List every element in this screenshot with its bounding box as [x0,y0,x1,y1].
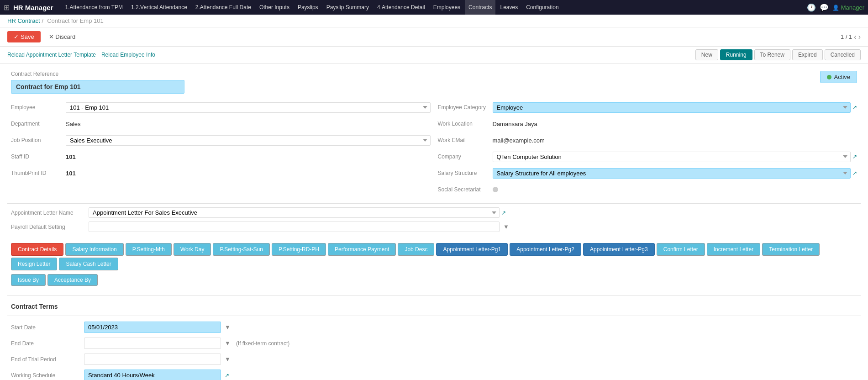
staff-id-value: 101 [66,153,76,160]
form-left: Employee 101 - Emp 101 Department Sales … [7,101,434,200]
job-position-select[interactable]: Sales Executive [66,135,431,146]
nav-item-employees[interactable]: Employees [430,0,464,15]
tab-confirm-letter[interactable]: Confirm Letter [657,243,705,256]
contract-reference-input[interactable] [11,80,184,94]
nav-item-attendance-full[interactable]: 2.Attendance Full Date [192,0,255,15]
nav-item-other-inputs[interactable]: Other Inputs [256,0,293,15]
nav-item-attendance-detail[interactable]: 4.Attendance Detail [374,0,429,15]
clock-icon[interactable]: 🕐 [807,3,816,12]
nav-item-leaves[interactable]: Leaves [496,0,521,15]
top-nav: ⊞ HR Manager 1.Attendance from TPM 1.2.V… [0,0,868,15]
contract-terms-grid: Start Date ▼ End Date ▼ (If fixed-term c… [7,322,861,380]
employee-category-select[interactable]: Employee [493,102,851,113]
end-date-input[interactable] [84,338,221,349]
breadcrumb-separator: / [42,17,44,24]
start-date-row: Start Date ▼ [11,322,857,333]
tab-job-desc[interactable]: Job Desc [398,243,434,256]
appointment-letter-select[interactable]: Appointment Letter For Sales Executive [89,207,500,218]
prev-record-button[interactable]: ‹ [854,33,856,41]
staff-id-row: Staff ID 101 [11,150,431,163]
start-date-dropdown-icon[interactable]: ▼ [225,324,231,331]
end-trial-input[interactable] [84,354,221,365]
nav-item-payslips[interactable]: Payslips [294,0,322,15]
breadcrumb-parent[interactable]: HR Contract [7,17,40,24]
end-trial-row: End of Trial Period ▼ [11,354,857,365]
reload-appointment-letter-link[interactable]: Reload Appointment Letter Template [7,52,96,58]
tab-salary-information[interactable]: Salary Information [65,243,123,256]
tab-appointment-letter-pg3[interactable]: Appointment Letter-Pg3 [583,243,655,256]
end-date-dropdown-icon[interactable]: ▼ [225,340,231,347]
salary-structure-select[interactable]: Salary Structure for All employees [493,168,851,179]
employee-field: 101 - Emp 101 [66,102,431,113]
nav-item-contracts[interactable]: Contracts [465,0,495,15]
employee-category-external-icon[interactable]: ↗ [852,104,857,111]
company-select[interactable]: QTen Computer Solution [493,152,851,162]
tab-psetting-rd-ph[interactable]: P.Setting-RD-PH [272,243,326,256]
tab-appointment-letter-pg2[interactable]: Appointment Letter-Pg2 [510,243,581,256]
next-record-button[interactable]: › [858,33,861,41]
app-name: HR Manager [13,4,53,11]
payroll-dropdown-icon[interactable]: ▼ [503,223,509,230]
department-row: Department Sales [11,117,431,130]
employee-select[interactable]: 101 - Emp 101 [66,102,431,113]
working-schedule-select[interactable]: Standard 40 Hours/Week [84,369,221,380]
discard-button[interactable]: ✕ Discard [44,31,80,42]
tab-contract-details[interactable]: Contract Details [11,243,63,256]
start-date-input[interactable] [84,322,221,333]
tab-resign-letter[interactable]: Resign Letter [11,258,57,270]
working-schedule-external-icon[interactable]: ↗ [225,372,229,379]
sub-tab-acceptance-by[interactable]: Acceptance By [47,274,98,286]
company-external-icon[interactable]: ↗ [852,153,857,160]
payroll-input[interactable] [89,222,500,232]
work-email-value: mail@example.com [493,137,545,144]
status-expired[interactable]: Expired [792,49,823,60]
save-button[interactable]: ✓ Save [7,31,41,42]
thumbprint-id-value: 101 [66,170,76,177]
record-count: 1 / 1 [841,33,852,40]
reload-employee-info-link[interactable]: Reload Employee Info [101,52,155,58]
sub-tab-issue-by[interactable]: Issue By [11,274,46,286]
status-actions: Reload Appointment Letter Template Reloa… [7,52,155,58]
start-date-field: ▼ [84,322,857,333]
tab-increment-letter[interactable]: Increment Letter [707,243,760,256]
appointment-letter-external-icon[interactable]: ↗ [501,210,506,216]
grid-icon[interactable]: ⊞ [4,3,10,12]
nav-item-attendance-tpm[interactable]: 1.Attendance from TPM [62,0,127,15]
salary-structure-external-icon[interactable]: ↗ [852,170,857,176]
status-new[interactable]: New [695,49,718,60]
end-trial-dropdown-icon[interactable]: ▼ [225,356,231,363]
tab-work-day[interactable]: Work Day [174,243,211,256]
chat-icon[interactable]: 💬 [820,3,829,12]
status-to-renew[interactable]: To Renew [754,49,790,60]
salary-structure-row: Salary Structure Salary Structure for Al… [438,167,857,179]
social-secretariat-row: Social Secretariat [438,183,857,196]
tab-termination-letter[interactable]: Termination Letter [762,243,820,256]
tab-appointment-letter-pg1[interactable]: Appointment Letter-Pg1 [436,243,508,256]
employee-category-field: Employee ↗ [493,102,857,113]
status-cancelled[interactable]: Cancelled [825,49,861,60]
social-secretariat-toggle[interactable] [493,187,498,192]
appointment-letter-row: Appointment Letter Name Appointment Lett… [7,207,861,218]
nav-item-configuration[interactable]: Configuration [522,0,562,15]
nav-item-payslip-summary[interactable]: Payslip Summary [323,0,373,15]
tab-psetting-sat-sun[interactable]: P.Setting-Sat-Sun [213,243,270,256]
tab-psetting-mth[interactable]: P.Setting-Mth [126,243,172,256]
thumbprint-id-row: ThumbPrint ID 101 [11,167,431,179]
tab-performance-payment[interactable]: Performance Payment [328,243,396,256]
nav-item-vertical-attendance[interactable]: 1.2.Vertical Attendance [127,0,191,15]
end-trial-field: ▼ [84,354,857,365]
sub-tab-bar: Issue By Acceptance By [7,274,861,291]
contract-ref-group: Contract Reference [11,71,184,94]
status-running[interactable]: Running [720,49,752,60]
user-menu[interactable]: 👤 Manager [832,4,864,11]
main-content: Contract Reference Active Employee 101 -… [0,63,868,380]
tab-salary-cash-letter[interactable]: Salary Cash Letter [59,258,118,270]
employee-category-row: Employee Category Employee ↗ [438,101,857,114]
work-location-value: Damansara Jaya [493,121,537,127]
check-icon: ✓ [14,33,19,40]
form-grid: Employee 101 - Emp 101 Department Sales … [7,101,861,200]
toolbar: ✓ Save ✕ Discard 1 / 1 ‹ › [0,27,868,47]
salary-structure-field: Salary Structure for All employees ↗ [493,168,857,179]
working-schedule-field: Standard 40 Hours/Week ↗ [84,369,857,380]
top-nav-right: 🕐 💬 👤 Manager [807,3,864,12]
